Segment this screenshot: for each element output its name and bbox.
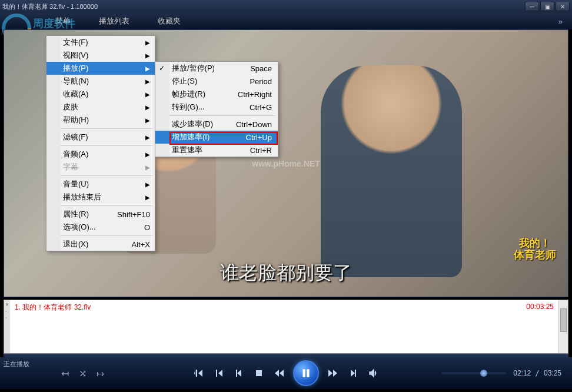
prev-track-icon[interactable]: ↤	[59, 367, 71, 379]
chevron-right-icon: ▶	[145, 52, 150, 59]
seek-bar[interactable]	[441, 372, 506, 374]
menu-volume[interactable]: 音量(U)▶	[46, 178, 155, 191]
seek-knob[interactable]	[480, 370, 487, 377]
submenu-frame-step[interactable]: 帧步进(R)Ctrl+Right	[155, 88, 278, 101]
close-button[interactable]: ✕	[556, 2, 570, 11]
scrollbar[interactable]	[558, 300, 568, 353]
menubar: 周度软件 www.pc0359.cn 菜单 播放列表 收藏夹 »	[0, 13, 572, 29]
menu-skin[interactable]: 皮肤▶	[46, 101, 155, 114]
menu-after-playback[interactable]: 播放结束后▶	[46, 191, 155, 204]
scrollbar-thumb[interactable]	[560, 308, 567, 332]
chevron-right-icon: ▶	[145, 104, 150, 111]
rewind-button[interactable]	[273, 367, 285, 379]
frame-back-button[interactable]	[233, 367, 245, 379]
submenu-reset-rate[interactable]: 重置速率Ctrl+R	[155, 144, 278, 157]
window-title: 我的！体育老师 32.flv - 1.100000	[2, 2, 525, 11]
forward-button[interactable]	[327, 367, 339, 379]
menu-playlist[interactable]: 播放列表	[85, 16, 144, 26]
minimize-button[interactable]: ─	[525, 2, 539, 11]
chevron-right-icon: ▶	[145, 194, 150, 201]
step-back-button[interactable]	[213, 367, 225, 379]
menu-play[interactable]: 播放(P)▶	[46, 62, 155, 75]
stop-button[interactable]	[253, 367, 265, 379]
menu-options[interactable]: 选项(O)...O	[46, 221, 155, 234]
time-display: 02:12 / 03:25	[513, 369, 561, 377]
menu-exit[interactable]: 退出(X)Alt+X	[46, 238, 155, 251]
playlist-close-button[interactable]: ×··	[4, 300, 10, 353]
chevron-right-icon: ▶	[145, 134, 150, 141]
menu-favorite[interactable]: 收藏(A)▶	[46, 88, 155, 101]
subtitle-text: 谁老脸都别要了	[220, 260, 352, 286]
submenu-play-pause[interactable]: ✓播放/暂停(P)Space	[155, 62, 278, 75]
play-pause-button[interactable]	[293, 360, 319, 386]
svg-rect-4	[256, 370, 262, 376]
submenu-stop[interactable]: 停止(S)Period	[155, 75, 278, 88]
play-submenu: ✓播放/暂停(P)Space 停止(S)Period 帧步进(R)Ctrl+Ri…	[155, 61, 278, 157]
chevron-right-icon: ▶	[145, 151, 150, 158]
window-controls: ─ ▣ ✕	[525, 2, 570, 11]
volume-button[interactable]	[367, 367, 379, 379]
playback-controls	[193, 360, 379, 386]
playlist-body[interactable]: 1. 我的！体育老师 32.flv 00:03:25	[10, 300, 558, 353]
playlist-item[interactable]: 1. 我的！体育老师 32.flv 00:03:25	[15, 303, 554, 313]
skip-back-button[interactable]	[193, 367, 205, 379]
menu-more-icon[interactable]: »	[549, 17, 572, 26]
seek-area: 02:12 / 03:25	[441, 369, 561, 377]
playlist-item-duration: 00:03:25	[526, 303, 554, 313]
menu-main[interactable]: 菜单	[41, 16, 85, 26]
status-text: 正在播放	[4, 360, 29, 368]
playlist-panel: ×·· 1. 我的！体育老师 32.flv 00:03:25	[4, 300, 568, 354]
left-controls: ↤ ⤨ ↦	[59, 367, 106, 379]
chevron-right-icon: ▶	[145, 78, 150, 85]
menu-audio[interactable]: 音频(A)▶	[46, 148, 155, 161]
menu-filter[interactable]: 滤镜(F)▶	[46, 131, 155, 144]
context-menu: 文件(F)▶ 视图(V)▶ 播放(P)▶ 导航(N)▶ 收藏(A)▶ 皮肤▶ 帮…	[46, 35, 155, 251]
menu-subtitle: 字幕▶	[46, 161, 155, 174]
menu-properties[interactable]: 属性(R)Shift+F10	[46, 208, 155, 221]
submenu-goto[interactable]: 转到(G)...Ctrl+G	[155, 101, 278, 114]
titlebar: 我的！体育老师 32.flv - 1.100000 ─ ▣ ✕	[0, 0, 572, 13]
menu-file[interactable]: 文件(F)▶	[46, 36, 155, 49]
menu-favorites[interactable]: 收藏夹	[144, 16, 195, 26]
chevron-right-icon: ▶	[145, 91, 150, 98]
chevron-right-icon: ▶	[145, 39, 150, 46]
playlist-item-name: 1. 我的！体育老师 32.flv	[15, 303, 526, 313]
show-logo: 我的！ 体育老师	[514, 238, 556, 261]
menu-view[interactable]: 视图(V)▶	[46, 49, 155, 62]
chevron-right-icon: ▶	[145, 181, 150, 188]
submenu-increase-rate[interactable]: 增加速率(I)Ctrl+Up	[155, 131, 278, 144]
next-track-icon[interactable]: ↦	[94, 367, 106, 379]
frame-forward-button[interactable]	[347, 367, 359, 379]
video-watermark: www.pHome.NET	[252, 159, 320, 168]
shuffle-icon[interactable]: ⤨	[77, 367, 88, 379]
chevron-right-icon: ▶	[145, 65, 150, 72]
svg-rect-6	[307, 369, 310, 377]
person-silhouette	[321, 65, 462, 277]
check-icon: ✓	[159, 64, 165, 72]
controls-bar: 正在播放 ↤ ⤨ ↦ 02:12 / 03:25	[0, 357, 572, 389]
menu-help[interactable]: 帮助(H)▶	[46, 114, 155, 127]
chevron-right-icon: ▶	[145, 164, 150, 171]
svg-rect-5	[302, 369, 305, 377]
maximize-button[interactable]: ▣	[540, 2, 554, 11]
menu-navigate[interactable]: 导航(N)▶	[46, 75, 155, 88]
submenu-decrease-rate[interactable]: 减少速率(D)Ctrl+Down	[155, 118, 278, 131]
chevron-right-icon: ▶	[145, 117, 150, 124]
